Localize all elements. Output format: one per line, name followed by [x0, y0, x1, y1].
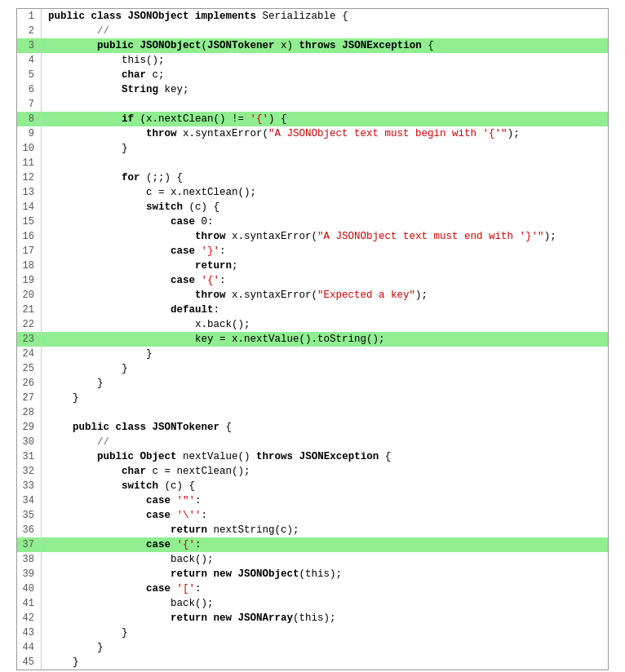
line-content: } [42, 361, 608, 376]
line-number: 39 [17, 567, 42, 581]
line-content: // [42, 435, 608, 449]
line-number: 40 [17, 581, 42, 596]
line-number: 18 [17, 259, 42, 273]
line-content: case '{': [42, 273, 608, 288]
code-line: 25 } [17, 361, 608, 376]
code-line: 11 [17, 156, 608, 170]
code-line: 33 switch (c) { [17, 479, 608, 493]
line-content: } [42, 347, 608, 361]
code-line: 24 } [17, 347, 608, 361]
code-line: 6 String key; [17, 82, 608, 97]
line-content: } [42, 640, 608, 655]
code-line: 42 return new JSONArray(this); [17, 611, 608, 626]
line-content: return new JSONArray(this); [42, 611, 608, 626]
line-number: 2 [17, 24, 42, 38]
code-line: 34 case '"': [17, 493, 608, 508]
code-line: 12 for (;;) { [17, 170, 608, 185]
line-content [42, 97, 608, 112]
line-content: char c; [42, 68, 608, 82]
line-content: public JSONObject(JSONTokener x) throws … [42, 38, 608, 53]
line-content: } [42, 376, 608, 391]
code-line: 23 key = x.nextValue().toString(); [17, 332, 608, 347]
line-number: 8 [17, 112, 42, 126]
line-number: 29 [17, 420, 42, 435]
line-number: 13 [17, 185, 42, 200]
line-content: case '"': [42, 493, 608, 508]
code-line: 36 return nextString(c); [17, 523, 608, 537]
line-number: 30 [17, 435, 42, 449]
code-line: 20 throw x.syntaxError("Expected a key")… [17, 288, 608, 303]
line-number: 41 [17, 596, 42, 611]
line-content: } [42, 655, 608, 670]
line-number: 12 [17, 170, 42, 185]
code-line: 7 [17, 97, 608, 112]
line-number: 37 [17, 537, 42, 552]
line-content: for (;;) { [42, 170, 608, 185]
line-content: key = x.nextValue().toString(); [42, 332, 608, 347]
line-content: char c = nextClean(); [42, 464, 608, 479]
line-number: 17 [17, 244, 42, 259]
line-number: 20 [17, 288, 42, 303]
line-number: 32 [17, 464, 42, 479]
code-line: 18 return; [17, 259, 608, 273]
code-line: 19 case '{': [17, 273, 608, 288]
code-line: 39 return new JSONObject(this); [17, 567, 608, 581]
line-number: 23 [17, 332, 42, 347]
code-line: 30 // [17, 435, 608, 449]
code-line: 41 back(); [17, 596, 608, 611]
line-number: 4 [17, 53, 42, 68]
code-line: 22 x.back(); [17, 317, 608, 332]
code-line: 9 throw x.syntaxError("A JSONObject text… [17, 126, 608, 141]
line-content: } [42, 626, 608, 640]
line-number: 27 [17, 391, 42, 405]
line-content: } [42, 391, 608, 405]
line-content: switch (c) { [42, 479, 608, 493]
code-line: 3 public JSONObject(JSONTokener x) throw… [17, 38, 608, 53]
line-content: case '{': [42, 537, 608, 552]
line-number: 42 [17, 611, 42, 626]
code-line: 17 case '}': [17, 244, 608, 259]
line-content: case 0: [42, 214, 608, 229]
line-number: 25 [17, 361, 42, 376]
line-content: back(); [42, 552, 608, 567]
line-number: 3 [17, 38, 42, 53]
line-content: } [42, 141, 608, 156]
line-content: public class JSONTokener { [42, 420, 608, 435]
line-content [42, 156, 608, 170]
line-number: 22 [17, 317, 42, 332]
line-content: case '\'': [42, 508, 608, 523]
line-number: 1 [17, 9, 42, 24]
line-number: 35 [17, 508, 42, 523]
code-line: 26 } [17, 376, 608, 391]
code-line: 31 public Object nextValue() throws JSON… [17, 449, 608, 464]
line-content: case '[': [42, 581, 608, 596]
code-line: 40 case '[': [17, 581, 608, 596]
line-content: back(); [42, 596, 608, 611]
line-content: if (x.nextClean() != '{') { [42, 112, 608, 126]
line-content: public class JSONObject implements Seria… [42, 9, 608, 24]
line-number: 16 [17, 229, 42, 244]
line-content: c = x.nextClean(); [42, 185, 608, 200]
code-line: 21 default: [17, 303, 608, 317]
line-number: 38 [17, 552, 42, 567]
code-line: 29 public class JSONTokener { [17, 420, 608, 435]
code-line: 44 } [17, 640, 608, 655]
line-number: 19 [17, 273, 42, 288]
code-line: 1public class JSONObject implements Seri… [17, 9, 608, 24]
line-number: 14 [17, 200, 42, 214]
line-number: 10 [17, 141, 42, 156]
line-number: 11 [17, 156, 42, 170]
line-number: 45 [17, 655, 42, 670]
code-line: 2 // [17, 24, 608, 38]
line-content: return; [42, 259, 608, 273]
code-line: 27 } [17, 391, 608, 405]
code-line: 32 char c = nextClean(); [17, 464, 608, 479]
code-line: 38 back(); [17, 552, 608, 567]
code-line: 15 case 0: [17, 214, 608, 229]
line-number: 21 [17, 303, 42, 317]
line-content: // [42, 24, 608, 38]
line-number: 15 [17, 214, 42, 229]
code-line: 43 } [17, 626, 608, 640]
code-line: 45 } [17, 655, 608, 670]
line-content: switch (c) { [42, 200, 608, 214]
